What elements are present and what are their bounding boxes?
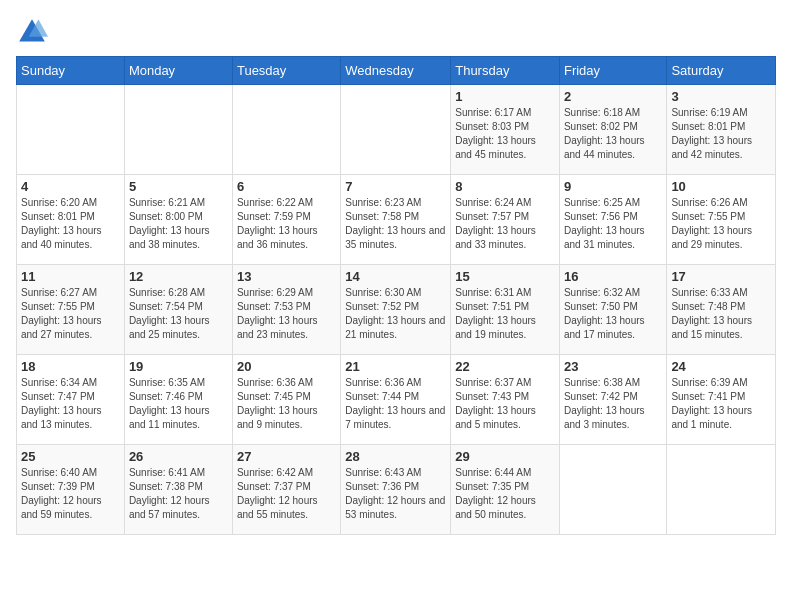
cell-date: 16 [564,269,662,284]
cell-date: 11 [21,269,120,284]
cell-date: 25 [21,449,120,464]
calendar-cell: 11Sunrise: 6:27 AM Sunset: 7:55 PM Dayli… [17,265,125,355]
cell-info: Sunrise: 6:23 AM Sunset: 7:58 PM Dayligh… [345,196,446,252]
cell-date: 5 [129,179,228,194]
week-row-4: 18Sunrise: 6:34 AM Sunset: 7:47 PM Dayli… [17,355,776,445]
cell-date: 10 [671,179,771,194]
calendar-cell: 27Sunrise: 6:42 AM Sunset: 7:37 PM Dayli… [232,445,340,535]
cell-info: Sunrise: 6:24 AM Sunset: 7:57 PM Dayligh… [455,196,555,252]
calendar-cell: 9Sunrise: 6:25 AM Sunset: 7:56 PM Daylig… [559,175,666,265]
calendar-table: SundayMondayTuesdayWednesdayThursdayFrid… [16,56,776,535]
cell-date: 18 [21,359,120,374]
cell-date: 8 [455,179,555,194]
calendar-cell: 12Sunrise: 6:28 AM Sunset: 7:54 PM Dayli… [124,265,232,355]
calendar-header: SundayMondayTuesdayWednesdayThursdayFrid… [17,57,776,85]
cell-info: Sunrise: 6:41 AM Sunset: 7:38 PM Dayligh… [129,466,228,522]
day-header-monday: Monday [124,57,232,85]
calendar-cell: 28Sunrise: 6:43 AM Sunset: 7:36 PM Dayli… [341,445,451,535]
calendar-cell: 26Sunrise: 6:41 AM Sunset: 7:38 PM Dayli… [124,445,232,535]
cell-info: Sunrise: 6:38 AM Sunset: 7:42 PM Dayligh… [564,376,662,432]
day-header-thursday: Thursday [451,57,560,85]
cell-info: Sunrise: 6:36 AM Sunset: 7:45 PM Dayligh… [237,376,336,432]
cell-date: 19 [129,359,228,374]
calendar-cell: 5Sunrise: 6:21 AM Sunset: 8:00 PM Daylig… [124,175,232,265]
cell-date: 17 [671,269,771,284]
cell-info: Sunrise: 6:33 AM Sunset: 7:48 PM Dayligh… [671,286,771,342]
calendar-cell: 21Sunrise: 6:36 AM Sunset: 7:44 PM Dayli… [341,355,451,445]
calendar-cell: 10Sunrise: 6:26 AM Sunset: 7:55 PM Dayli… [667,175,776,265]
calendar-cell: 19Sunrise: 6:35 AM Sunset: 7:46 PM Dayli… [124,355,232,445]
calendar-cell: 17Sunrise: 6:33 AM Sunset: 7:48 PM Dayli… [667,265,776,355]
cell-date: 7 [345,179,446,194]
cell-info: Sunrise: 6:20 AM Sunset: 8:01 PM Dayligh… [21,196,120,252]
calendar-cell [341,85,451,175]
calendar-cell: 1Sunrise: 6:17 AM Sunset: 8:03 PM Daylig… [451,85,560,175]
calendar-cell [232,85,340,175]
cell-date: 6 [237,179,336,194]
cell-info: Sunrise: 6:18 AM Sunset: 8:02 PM Dayligh… [564,106,662,162]
calendar-cell [17,85,125,175]
cell-info: Sunrise: 6:36 AM Sunset: 7:44 PM Dayligh… [345,376,446,432]
cell-date: 28 [345,449,446,464]
cell-date: 24 [671,359,771,374]
week-row-5: 25Sunrise: 6:40 AM Sunset: 7:39 PM Dayli… [17,445,776,535]
cell-info: Sunrise: 6:34 AM Sunset: 7:47 PM Dayligh… [21,376,120,432]
cell-info: Sunrise: 6:37 AM Sunset: 7:43 PM Dayligh… [455,376,555,432]
day-header-wednesday: Wednesday [341,57,451,85]
cell-info: Sunrise: 6:29 AM Sunset: 7:53 PM Dayligh… [237,286,336,342]
calendar-cell: 29Sunrise: 6:44 AM Sunset: 7:35 PM Dayli… [451,445,560,535]
calendar-cell: 22Sunrise: 6:37 AM Sunset: 7:43 PM Dayli… [451,355,560,445]
calendar-cell: 16Sunrise: 6:32 AM Sunset: 7:50 PM Dayli… [559,265,666,355]
header [16,16,776,48]
calendar-cell: 18Sunrise: 6:34 AM Sunset: 7:47 PM Dayli… [17,355,125,445]
calendar-cell [559,445,666,535]
cell-info: Sunrise: 6:27 AM Sunset: 7:55 PM Dayligh… [21,286,120,342]
calendar-cell: 14Sunrise: 6:30 AM Sunset: 7:52 PM Dayli… [341,265,451,355]
calendar-cell: 15Sunrise: 6:31 AM Sunset: 7:51 PM Dayli… [451,265,560,355]
cell-date: 26 [129,449,228,464]
week-row-1: 1Sunrise: 6:17 AM Sunset: 8:03 PM Daylig… [17,85,776,175]
calendar-cell: 13Sunrise: 6:29 AM Sunset: 7:53 PM Dayli… [232,265,340,355]
calendar-cell: 3Sunrise: 6:19 AM Sunset: 8:01 PM Daylig… [667,85,776,175]
cell-date: 23 [564,359,662,374]
day-header-sunday: Sunday [17,57,125,85]
cell-date: 15 [455,269,555,284]
cell-info: Sunrise: 6:44 AM Sunset: 7:35 PM Dayligh… [455,466,555,522]
cell-date: 22 [455,359,555,374]
cell-date: 20 [237,359,336,374]
calendar-cell: 8Sunrise: 6:24 AM Sunset: 7:57 PM Daylig… [451,175,560,265]
cell-info: Sunrise: 6:32 AM Sunset: 7:50 PM Dayligh… [564,286,662,342]
day-header-tuesday: Tuesday [232,57,340,85]
cell-date: 3 [671,89,771,104]
week-row-2: 4Sunrise: 6:20 AM Sunset: 8:01 PM Daylig… [17,175,776,265]
calendar-cell: 23Sunrise: 6:38 AM Sunset: 7:42 PM Dayli… [559,355,666,445]
cell-date: 9 [564,179,662,194]
calendar-cell: 7Sunrise: 6:23 AM Sunset: 7:58 PM Daylig… [341,175,451,265]
calendar-cell: 2Sunrise: 6:18 AM Sunset: 8:02 PM Daylig… [559,85,666,175]
cell-info: Sunrise: 6:30 AM Sunset: 7:52 PM Dayligh… [345,286,446,342]
cell-date: 29 [455,449,555,464]
cell-info: Sunrise: 6:28 AM Sunset: 7:54 PM Dayligh… [129,286,228,342]
cell-info: Sunrise: 6:43 AM Sunset: 7:36 PM Dayligh… [345,466,446,522]
cell-info: Sunrise: 6:42 AM Sunset: 7:37 PM Dayligh… [237,466,336,522]
calendar-cell: 24Sunrise: 6:39 AM Sunset: 7:41 PM Dayli… [667,355,776,445]
cell-info: Sunrise: 6:39 AM Sunset: 7:41 PM Dayligh… [671,376,771,432]
cell-info: Sunrise: 6:40 AM Sunset: 7:39 PM Dayligh… [21,466,120,522]
day-header-friday: Friday [559,57,666,85]
day-header-saturday: Saturday [667,57,776,85]
cell-date: 2 [564,89,662,104]
calendar-cell: 4Sunrise: 6:20 AM Sunset: 8:01 PM Daylig… [17,175,125,265]
cell-info: Sunrise: 6:35 AM Sunset: 7:46 PM Dayligh… [129,376,228,432]
cell-date: 12 [129,269,228,284]
calendar-cell: 20Sunrise: 6:36 AM Sunset: 7:45 PM Dayli… [232,355,340,445]
calendar-cell [124,85,232,175]
cell-date: 13 [237,269,336,284]
header-row: SundayMondayTuesdayWednesdayThursdayFrid… [17,57,776,85]
cell-info: Sunrise: 6:19 AM Sunset: 8:01 PM Dayligh… [671,106,771,162]
cell-info: Sunrise: 6:26 AM Sunset: 7:55 PM Dayligh… [671,196,771,252]
logo-icon [16,16,48,48]
cell-date: 27 [237,449,336,464]
logo [16,16,52,48]
cell-info: Sunrise: 6:31 AM Sunset: 7:51 PM Dayligh… [455,286,555,342]
cell-info: Sunrise: 6:21 AM Sunset: 8:00 PM Dayligh… [129,196,228,252]
